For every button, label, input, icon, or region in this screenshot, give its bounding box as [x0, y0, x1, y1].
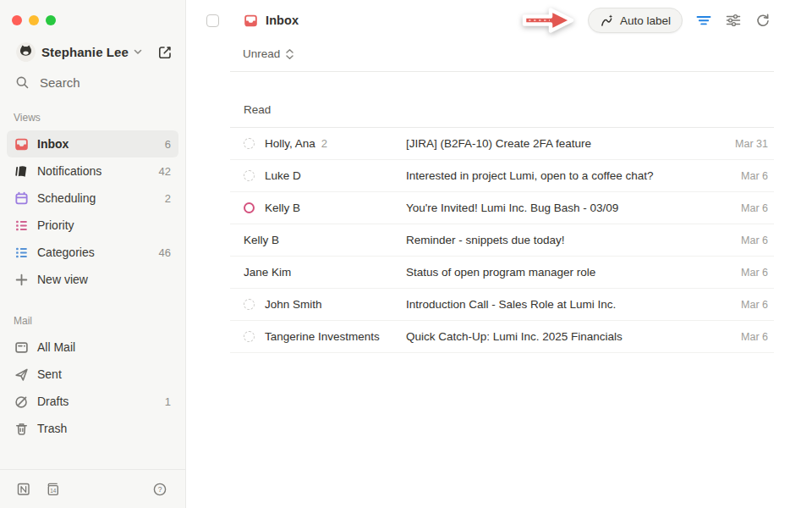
search-button[interactable]: Search [0, 62, 185, 90]
sidebar-item-label: New view [37, 273, 171, 286]
svg-text:?: ? [158, 485, 162, 494]
sender-name: Tangerine Investments [265, 330, 380, 343]
sidebar-item-label: Drafts [37, 395, 156, 408]
main-panel: Inbox Auto label Unread Read Holly, Ana2… [186, 0, 812, 508]
sender-name: Luke D [265, 169, 301, 182]
all-mail-icon [14, 340, 29, 355]
unread-dashed-circle-icon[interactable] [244, 331, 255, 342]
user-avatar [16, 42, 36, 62]
unread-dashed-circle-icon[interactable] [244, 138, 255, 149]
window-controls [0, 0, 185, 25]
auto-label-button[interactable]: Auto label [588, 8, 683, 33]
unread-sort-control[interactable]: Unread [230, 41, 774, 72]
email-date: Mar 6 [732, 331, 768, 343]
email-subject: [JIRA] (B2FA-10) Create 2FA feature [406, 137, 727, 150]
zoom-window-button[interactable] [46, 15, 56, 25]
email-row[interactable]: Kelly BReminder - snippets due today!Mar… [230, 224, 774, 257]
priority-list-icon [14, 218, 29, 233]
read-section-label: Read [230, 103, 774, 128]
filter-lines-icon[interactable] [695, 12, 712, 29]
sidebar-item-label: Scheduling [37, 191, 156, 205]
draft-icon [14, 395, 29, 409]
send-icon [14, 367, 29, 382]
help-icon[interactable]: ? [152, 482, 167, 497]
email-row[interactable]: Holly, Ana2[JIRA] (B2FA-10) Create 2FA f… [230, 128, 774, 160]
count-badge: 2 [165, 192, 171, 205]
email-row[interactable]: John SmithIntroduction Call - Sales Role… [230, 289, 774, 321]
email-row[interactable]: Luke DInterested in project Lumi, open t… [230, 160, 774, 192]
email-subject: Introduction Call - Sales Role at Lumi I… [406, 298, 732, 311]
inbox-icon [244, 14, 258, 28]
categories-list-icon [14, 246, 29, 260]
sidebar-item-trash[interactable]: Trash [7, 415, 178, 442]
page-title: Inbox [266, 14, 299, 27]
inbox-icon [14, 137, 29, 152]
sidebar-item-all-mail[interactable]: All Mail [7, 334, 178, 361]
notifications-icon [14, 164, 29, 179]
sidebar-item-categories[interactable]: Categories46 [7, 239, 178, 266]
sidebar-item-label: Inbox [37, 137, 156, 151]
email-subject: Quick Catch-Up: Lumi Inc. 2025 Financial… [406, 330, 732, 343]
calendar-icon [14, 191, 29, 206]
up-down-chevrons-icon [285, 48, 294, 60]
sender-name: Kelly B [265, 202, 300, 214]
account-switcher[interactable]: Stephanie Lee [0, 25, 185, 62]
section-label-views: Views [0, 112, 185, 124]
email-row[interactable]: Kelly BYou're Invited! Lumi Inc. Bug Bas… [230, 192, 774, 224]
sidebar-item-label: All Mail [37, 340, 171, 354]
email-subject: You're Invited! Lumi Inc. Bug Bash - 03/… [406, 202, 732, 214]
sidebar-item-scheduling[interactable]: Scheduling2 [7, 185, 178, 212]
email-list: Read Holly, Ana2[JIRA] (B2FA-10) Create … [230, 103, 774, 353]
sidebar: Stephanie Lee Search ViewsInbox6Notifica… [0, 0, 186, 508]
email-date: Mar 6 [732, 235, 768, 246]
email-row[interactable]: Tangerine InvestmentsQuick Catch-Up: Lum… [230, 321, 774, 353]
email-date: Mar 6 [732, 202, 768, 214]
email-date: Mar 6 [732, 170, 768, 182]
email-subject: Status of open program manager role [406, 266, 732, 279]
sidebar-footer: 14 ? [0, 469, 185, 508]
plus-icon [14, 273, 29, 287]
sidebar-item-label: Notifications [37, 164, 151, 178]
sidebar-item-label: Categories [37, 246, 151, 259]
calendar-app-icon[interactable]: 14 [45, 482, 61, 497]
refresh-icon[interactable] [754, 12, 771, 29]
sidebar-item-label: Sent [37, 367, 171, 381]
chevron-down-icon [134, 49, 142, 55]
email-date: Mar 6 [732, 299, 768, 311]
count-badge: 46 [159, 246, 171, 259]
email-date: Mar 31 [727, 138, 768, 150]
sidebar-item-sent[interactable]: Sent [7, 361, 178, 388]
sidebar-item-notifications[interactable]: Notifications42 [7, 157, 178, 185]
account-name: Stephanie Lee [41, 45, 129, 59]
unread-pink-circle-icon[interactable] [244, 202, 255, 213]
unread-dashed-circle-icon[interactable] [244, 170, 255, 181]
close-window-button[interactable] [12, 15, 22, 25]
sender-name: John Smith [265, 298, 322, 311]
auto-label-label: Auto label [620, 14, 671, 27]
main-header: Inbox Auto label [186, 0, 812, 41]
sidebar-item-label: Trash [37, 422, 171, 435]
select-all-checkbox[interactable] [206, 14, 219, 27]
auto-label-wand-icon [600, 14, 614, 28]
minimize-window-button[interactable] [29, 15, 39, 25]
trash-icon [14, 422, 29, 436]
email-subject: Reminder - snippets due today! [406, 234, 732, 246]
svg-text:14: 14 [50, 487, 57, 493]
search-label: Search [40, 75, 80, 90]
unread-dashed-circle-icon[interactable] [244, 299, 255, 310]
email-subject: Interested in project Lumi, open to a co… [406, 169, 732, 182]
sidebar-item-drafts[interactable]: Drafts1 [7, 388, 178, 415]
red-arrow-annotation [518, 4, 578, 36]
email-date: Mar 6 [732, 267, 768, 279]
notion-logo-icon[interactable] [16, 482, 31, 497]
sliders-icon[interactable] [725, 12, 742, 29]
sidebar-item-inbox[interactable]: Inbox6 [7, 130, 178, 157]
compose-button[interactable] [157, 45, 173, 60]
sender-name: Jane Kim [244, 266, 291, 279]
filter-label: Unread [243, 47, 280, 60]
sender-name: Kelly B [244, 234, 279, 246]
sidebar-item-new-view[interactable]: New view [7, 266, 178, 293]
sidebar-item-priority[interactable]: Priority [7, 212, 178, 239]
count-badge: 42 [159, 165, 171, 178]
email-row[interactable]: Jane KimStatus of open program manager r… [230, 257, 774, 289]
